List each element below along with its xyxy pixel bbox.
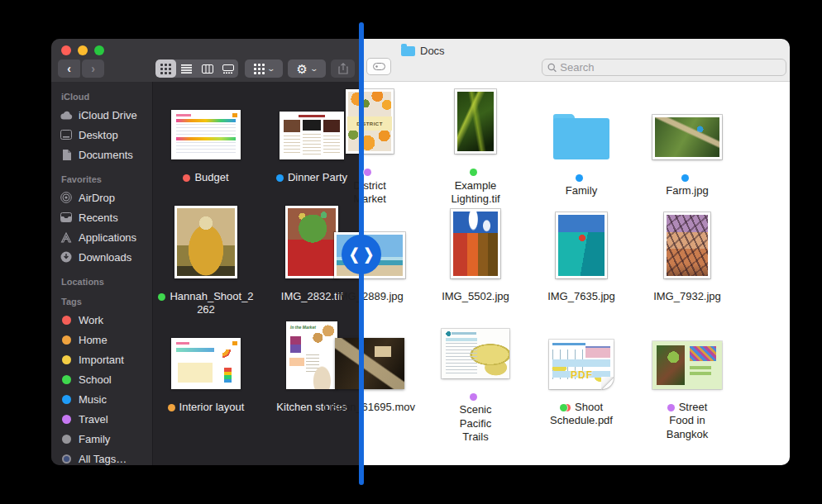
file-thumbnail[interactable] (664, 212, 710, 278)
gear-icon: ⚙ (297, 63, 308, 75)
tag-dots (158, 290, 166, 302)
file-label: Scenic Pacific Trails (459, 403, 491, 443)
file-thumbnail[interactable]: DISTRICT (346, 89, 394, 154)
comparison-divider-handle[interactable]: ❮ ❯ (342, 235, 381, 274)
file-item[interactable]: IMG_5502.jpg (471, 206, 480, 325)
sidebar-tag-music[interactable]: Music (60, 389, 152, 409)
file-item[interactable]: Hannah_Shoot_2262 (153, 206, 259, 325)
close-button[interactable] (61, 45, 71, 55)
sidebar-item-label: Desktop (79, 129, 118, 141)
search-field[interactable] (542, 59, 786, 76)
sidebar-item-airdrop[interactable]: AirDrop (60, 188, 152, 207)
file-thumbnail[interactable] (442, 329, 509, 378)
file-label: Family (566, 184, 597, 197)
file-item[interactable]: Family (576, 87, 586, 206)
file-item[interactable]: IMG_7932.jpg (682, 206, 692, 325)
file-item[interactable]: Farm.jpg (682, 87, 692, 206)
tag-dot (470, 393, 477, 401)
finder-window: iCloud iCloud Drive Desktop Documents Fa… (51, 39, 790, 465)
file-thumbnail[interactable] (652, 115, 722, 159)
sidebar-tag-important[interactable]: Important (60, 349, 152, 369)
list-view-icon (181, 64, 192, 74)
tag-dots (364, 165, 372, 178)
file-thumbnail[interactable] (285, 206, 338, 278)
sidebar-item-documents[interactable]: Documents (60, 145, 152, 164)
file-label: Hannah_Shoot_2262 (170, 290, 253, 316)
folder-thumbnail[interactable] (553, 114, 609, 159)
sidebar-item-label: iCloud Drive (79, 109, 137, 121)
file-thumbnail[interactable]: PDF (549, 340, 614, 389)
sidebar-tag-school[interactable]: School (60, 369, 152, 389)
sidebar-tag-travel[interactable]: Travel (60, 409, 152, 429)
sidebar-tag-work[interactable]: Work (60, 310, 152, 330)
file-thumbnail[interactable] (171, 110, 241, 159)
window-title: Docs (420, 45, 445, 57)
view-columns-button[interactable] (197, 59, 217, 78)
columns-view-icon (202, 64, 213, 74)
tag-dot (667, 404, 675, 411)
thumbnail-text: DISTRICT (347, 116, 392, 131)
minimize-button[interactable] (78, 45, 88, 55)
sidebar-item-label: Work (79, 314, 103, 326)
file-item[interactable]: Lisbon_61695.mov (365, 325, 375, 444)
tag-dots (168, 401, 176, 413)
view-gallery-button[interactable] (217, 59, 238, 78)
all-tags-icon (62, 454, 71, 464)
group-icon (254, 64, 265, 74)
file-thumbnail[interactable] (556, 212, 607, 278)
cloud-icon (60, 111, 73, 120)
sidebar-item-label: Recents (79, 212, 118, 224)
group-button[interactable]: ⌄ (245, 59, 283, 78)
sidebar-item-downloads[interactable]: Downloads (60, 247, 152, 267)
file-thumbnail[interactable] (335, 338, 404, 389)
thumbnail-text: In the Market (290, 325, 316, 330)
file-thumbnail[interactable] (174, 206, 237, 278)
forward-button[interactable]: › (82, 59, 104, 78)
file-item[interactable]: PDF Shoot Schedule.pdf (576, 325, 586, 444)
sidebar-section-icloud: iCloud (61, 92, 152, 102)
tag-dots (681, 171, 690, 183)
tag-dot (183, 174, 190, 182)
tag-button[interactable] (366, 58, 391, 75)
file-item[interactable]: DISTRICT District Market (365, 87, 375, 206)
file-thumbnail[interactable] (455, 89, 496, 154)
window-controls (61, 45, 104, 55)
file-item[interactable]: Interior layout (153, 325, 259, 444)
sidebar-item-icloud-drive[interactable]: iCloud Drive (60, 105, 152, 125)
sidebar-tag-family[interactable]: Family (60, 429, 152, 449)
file-item[interactable]: Example Lighting.tif (471, 87, 480, 206)
sidebar-item-all-tags[interactable]: All Tags… (60, 449, 152, 465)
tag-dot (62, 335, 71, 345)
file-item[interactable]: Street Food in Bangkok (682, 325, 692, 444)
tag-dot (168, 404, 175, 411)
file-thumbnail[interactable]: In the Market (286, 321, 337, 389)
tag-dots (276, 171, 284, 183)
back-button[interactable]: ‹ (58, 59, 80, 78)
tag-dots (470, 390, 478, 402)
sidebar-section-locations: Locations (61, 277, 152, 287)
zoom-button[interactable] (94, 45, 104, 55)
sidebar-item-desktop[interactable]: Desktop (60, 125, 152, 145)
search-input[interactable] (560, 61, 781, 74)
sidebar-item-label: Music (79, 393, 107, 406)
file-item[interactable]: IMG_7635.jpg (576, 206, 586, 325)
sidebar-tag-home[interactable]: Home (60, 330, 152, 349)
file-thumbnail[interactable] (451, 209, 500, 278)
view-grid-button[interactable] (155, 59, 176, 78)
action-button[interactable]: ⚙ ⌄ (288, 59, 326, 78)
file-item[interactable]: Scenic Pacific Trails (471, 325, 480, 444)
view-list-button[interactable] (176, 59, 197, 78)
sidebar-section-favorites: Favorites (61, 174, 152, 184)
file-label: IMG_2832.tif (281, 290, 342, 302)
file-grid: Budget Dinner Party DISTRICT District Ma… (153, 87, 790, 444)
sidebar-item-label: School (79, 373, 112, 386)
share-button[interactable] (331, 59, 355, 78)
file-item[interactable]: Budget (153, 87, 259, 206)
view-switcher (155, 59, 238, 78)
sidebar-item-applications[interactable]: Applications (60, 227, 152, 247)
file-thumbnail[interactable] (280, 112, 344, 159)
sidebar-item-recents[interactable]: Recents (60, 207, 152, 227)
file-thumbnail[interactable] (171, 338, 241, 389)
file-label: Budget (194, 171, 228, 183)
file-thumbnail[interactable] (652, 341, 722, 389)
